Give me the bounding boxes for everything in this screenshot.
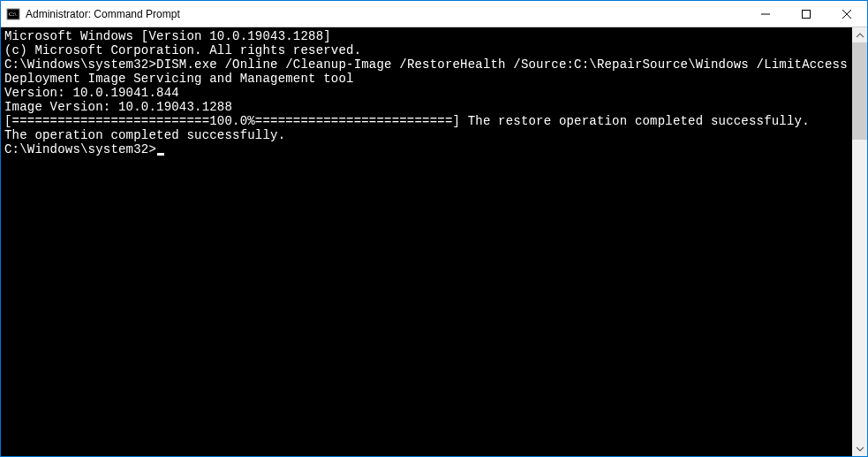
cmd-icon: C:\	[6, 7, 20, 21]
output-line: (c) Microsoft Corporation. All rights re…	[4, 43, 849, 57]
window-title: Administrator: Command Prompt	[26, 8, 180, 20]
titlebar[interactable]: C:\ Administrator: Command Prompt	[1, 1, 867, 27]
minimize-button[interactable]	[745, 1, 786, 27]
command-text: DISM.exe /Online /Cleanup-Image /Restore…	[156, 57, 848, 72]
maximize-button[interactable]	[786, 1, 826, 27]
svg-rect-3	[803, 10, 811, 18]
scroll-thumb[interactable]	[852, 42, 867, 140]
chevron-down-icon	[857, 446, 864, 453]
cursor	[157, 153, 164, 156]
scroll-track[interactable]	[852, 42, 867, 441]
output-line: Deployment Image Servicing and Managemen…	[4, 72, 849, 86]
prompt-path: C:\Windows\system32>	[4, 57, 156, 72]
svg-text:C:\: C:\	[9, 11, 17, 18]
close-button[interactable]	[826, 1, 867, 27]
output-line: Version: 10.0.19041.844	[4, 86, 849, 100]
output-line: Image Version: 10.0.19043.1288	[4, 100, 849, 114]
output-line: Microsoft Windows [Version 10.0.19043.12…	[4, 29, 849, 43]
output-line: The operation completed successfully.	[4, 128, 849, 142]
maximize-icon	[802, 10, 811, 19]
scroll-up-button[interactable]	[852, 27, 867, 42]
window-controls	[745, 1, 867, 27]
titlebar-left: C:\ Administrator: Command Prompt	[1, 7, 745, 21]
prompt-path: C:\Windows\system32>	[4, 142, 156, 156]
console-wrapper: Microsoft Windows [Version 10.0.19043.12…	[1, 27, 867, 456]
chevron-up-icon	[857, 32, 864, 39]
output-line: [==========================100.0%=======…	[4, 114, 849, 128]
close-icon	[842, 10, 851, 19]
output-line: C:\Windows\system32>	[4, 142, 849, 156]
scroll-down-button[interactable]	[852, 441, 867, 456]
vertical-scrollbar[interactable]	[852, 27, 867, 456]
console-output[interactable]: Microsoft Windows [Version 10.0.19043.12…	[1, 27, 852, 456]
minimize-icon	[761, 10, 770, 19]
output-line: C:\Windows\system32>DISM.exe /Online /Cl…	[4, 57, 849, 72]
